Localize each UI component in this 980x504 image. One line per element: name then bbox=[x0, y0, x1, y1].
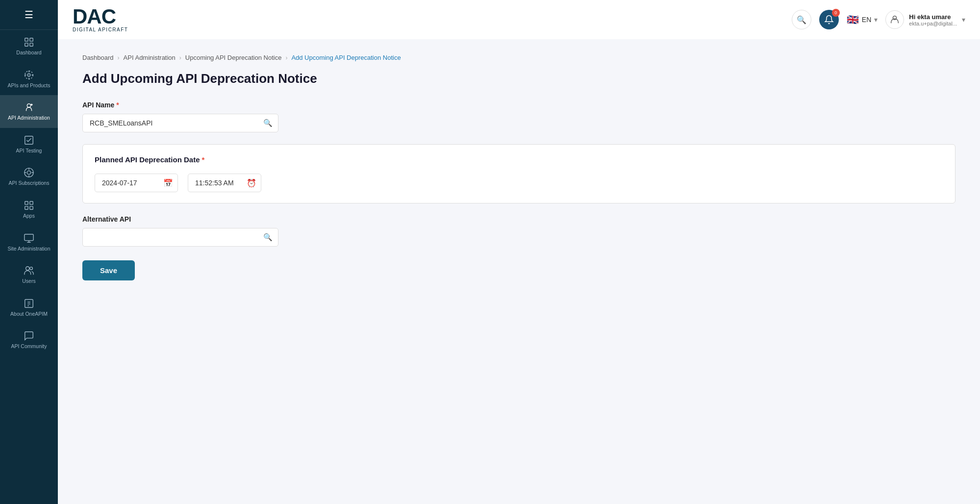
api-subs-icon bbox=[24, 167, 34, 178]
svg-rect-11 bbox=[30, 202, 33, 204]
svg-point-9 bbox=[27, 171, 30, 175]
alternative-api-label: Alternative API bbox=[82, 215, 955, 223]
breadcrumb-current: Add Upcoming API Deprecation Notice bbox=[291, 54, 401, 61]
hamburger-icon[interactable]: ☰ bbox=[25, 9, 33, 21]
user-area[interactable]: Hi ekta umare ekta.u+pa@digital... ▾ bbox=[885, 10, 965, 29]
api-name-input[interactable] bbox=[82, 114, 278, 132]
planned-date-required: * bbox=[202, 155, 205, 164]
community-icon bbox=[24, 330, 34, 341]
sidebar-item-apps[interactable]: Apps bbox=[0, 193, 58, 226]
alternative-api-input-wrap: 🔍 bbox=[82, 228, 278, 247]
svg-point-6 bbox=[27, 104, 30, 107]
site-admin-icon bbox=[24, 233, 34, 244]
calendar-icon[interactable]: 📅 bbox=[163, 178, 173, 188]
sidebar-item-dashboard[interactable]: Dashboard bbox=[0, 30, 58, 63]
svg-rect-12 bbox=[25, 206, 28, 209]
search-icon: 🔍 bbox=[797, 15, 806, 25]
breadcrumb-sep-1: › bbox=[118, 54, 120, 61]
date-time-row: 📅 ⏰ bbox=[95, 174, 943, 192]
api-testing-icon bbox=[24, 135, 34, 146]
apis-icon bbox=[24, 70, 34, 80]
sidebar-item-community[interactable]: API Community bbox=[0, 324, 58, 356]
alternative-api-input[interactable] bbox=[82, 228, 278, 247]
user-icon bbox=[889, 14, 900, 25]
user-chevron-icon: ▾ bbox=[962, 16, 965, 24]
sidebar-item-site-admin-label: Site Administration bbox=[8, 246, 50, 252]
alternative-api-section: Alternative API 🔍 bbox=[82, 215, 955, 247]
notification-button[interactable]: 0 bbox=[819, 10, 839, 29]
sidebar-item-api-testing-label: API Testing bbox=[16, 148, 42, 154]
svg-rect-17 bbox=[25, 300, 33, 308]
svg-point-15 bbox=[26, 267, 29, 270]
svg-rect-1 bbox=[30, 38, 33, 41]
svg-rect-2 bbox=[25, 43, 28, 46]
language-label: EN bbox=[862, 16, 871, 24]
api-name-input-wrap: 🔍 bbox=[82, 114, 278, 132]
svg-point-4 bbox=[27, 74, 30, 76]
svg-rect-10 bbox=[25, 202, 28, 204]
flag-icon: 🇬🇧 bbox=[847, 14, 859, 25]
content-area: Dashboard › API Administration › Upcomin… bbox=[58, 39, 980, 504]
sidebar-item-apis-label: APIs and Products bbox=[8, 82, 50, 89]
breadcrumb-dashboard[interactable]: Dashboard bbox=[82, 54, 114, 61]
topbar-right: 🔍 0 🇬🇧 EN ▾ Hi ekta bbox=[792, 10, 965, 29]
breadcrumb-upcoming-notice[interactable]: Upcoming API Deprecation Notice bbox=[185, 54, 282, 61]
api-name-section: API Name * 🔍 bbox=[82, 101, 955, 132]
sidebar-item-community-label: API Community bbox=[11, 343, 47, 350]
search-button[interactable]: 🔍 bbox=[792, 10, 811, 29]
alternative-api-search-icon: 🔍 bbox=[263, 233, 273, 242]
logo-block: DAC DIGITAL APICRAFT bbox=[73, 6, 128, 33]
avatar bbox=[885, 10, 904, 29]
api-name-required: * bbox=[116, 101, 119, 109]
dashboard-icon bbox=[24, 37, 34, 48]
planned-date-title: Planned API Deprecation Date * bbox=[95, 155, 943, 164]
date-input-wrap: 📅 bbox=[95, 174, 178, 192]
user-email: ekta.u+pa@digital... bbox=[909, 21, 957, 26]
svg-point-16 bbox=[30, 267, 33, 270]
notification-icon bbox=[824, 15, 834, 25]
language-chevron-icon: ▾ bbox=[874, 16, 878, 24]
sidebar-item-api-administration[interactable]: API Administration bbox=[0, 95, 58, 128]
svg-rect-3 bbox=[30, 43, 33, 46]
breadcrumb-api-administration[interactable]: API Administration bbox=[124, 54, 176, 61]
breadcrumb-sep-3: › bbox=[285, 54, 287, 61]
user-name: Hi ekta umare bbox=[909, 13, 957, 21]
api-admin-icon bbox=[24, 102, 34, 113]
logo-subtitle: DIGITAL APICRAFT bbox=[73, 27, 128, 33]
page-title: Add Upcoming API Deprecation Notice bbox=[82, 71, 955, 86]
sidebar-item-users[interactable]: Users bbox=[0, 258, 58, 291]
sidebar-item-dashboard-label: Dashboard bbox=[16, 50, 41, 56]
sidebar-item-about[interactable]: About OneAPIM bbox=[0, 291, 58, 324]
svg-rect-13 bbox=[30, 206, 33, 209]
sidebar-item-api-admin-label: API Administration bbox=[8, 115, 50, 121]
about-icon bbox=[24, 298, 34, 309]
breadcrumb-sep-2: › bbox=[179, 54, 181, 61]
sidebar-item-users-label: Users bbox=[22, 278, 35, 284]
language-selector[interactable]: 🇬🇧 EN ▾ bbox=[847, 14, 878, 25]
logo-dac: DAC bbox=[73, 6, 128, 27]
user-info: Hi ekta umare ekta.u+pa@digital... bbox=[909, 13, 957, 26]
api-name-search-icon: 🔍 bbox=[263, 119, 273, 127]
main-area: DAC DIGITAL APICRAFT 🔍 0 🇬🇧 EN ▾ bbox=[58, 0, 980, 504]
sidebar-item-site-administration[interactable]: Site Administration bbox=[0, 226, 58, 259]
sidebar-hamburger[interactable]: ☰ bbox=[0, 0, 58, 30]
users-icon bbox=[24, 265, 34, 276]
planned-date-section: Planned API Deprecation Date * 📅 ⏰ bbox=[82, 144, 955, 203]
svg-rect-14 bbox=[25, 234, 33, 240]
sidebar-item-api-testing[interactable]: API Testing bbox=[0, 128, 58, 161]
topbar: DAC DIGITAL APICRAFT 🔍 0 🇬🇧 EN ▾ bbox=[58, 0, 980, 39]
save-button[interactable]: Save bbox=[82, 260, 135, 280]
time-input-wrap: ⏰ bbox=[188, 174, 261, 192]
svg-rect-0 bbox=[25, 38, 28, 41]
breadcrumb: Dashboard › API Administration › Upcomin… bbox=[82, 54, 955, 61]
sidebar-item-about-label: About OneAPIM bbox=[10, 311, 48, 317]
notification-badge: 0 bbox=[832, 9, 840, 17]
logo-area: DAC DIGITAL APICRAFT bbox=[73, 6, 128, 33]
sidebar: ☰ Dashboard APIs and Products API Admini… bbox=[0, 0, 58, 504]
clock-icon[interactable]: ⏰ bbox=[247, 178, 256, 188]
sidebar-item-apis-products[interactable]: APIs and Products bbox=[0, 63, 58, 96]
sidebar-item-apps-label: Apps bbox=[23, 213, 35, 219]
apps-icon bbox=[24, 200, 34, 211]
sidebar-item-api-subscriptions[interactable]: API Subscriptions bbox=[0, 160, 58, 193]
sidebar-item-api-subs-label: API Subscriptions bbox=[9, 180, 50, 186]
